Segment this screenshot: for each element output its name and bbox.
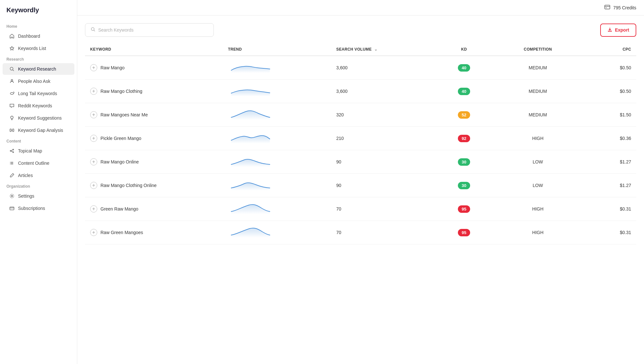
svg-line-1 bbox=[13, 70, 14, 71]
trend-cell-7 bbox=[223, 221, 331, 244]
add-keyword-button-2[interactable]: + bbox=[90, 111, 97, 118]
keyword-cell-4: + Raw Mango Online bbox=[85, 150, 223, 174]
search-volume-cell-3: 210 bbox=[331, 127, 439, 150]
credits-label: 795 Credits bbox=[613, 5, 636, 10]
svg-rect-6 bbox=[10, 129, 11, 132]
sidebar-item-keywords-list[interactable]: Keywords List bbox=[3, 43, 74, 54]
col-header-search-volume[interactable]: SEARCH VOLUME ⌄ bbox=[331, 43, 439, 56]
keyword-gap-analysis-label: Keyword Gap Analysis bbox=[18, 128, 63, 133]
fish-icon bbox=[9, 91, 15, 96]
trend-cell-6 bbox=[223, 197, 331, 221]
sidebar-item-articles[interactable]: Articles bbox=[3, 170, 74, 181]
main-area: 795 Credits bbox=[77, 0, 644, 364]
star-icon bbox=[9, 45, 15, 51]
kd-badge-3: 92 bbox=[458, 135, 470, 142]
keyword-text-1: Raw Mango Clothing bbox=[100, 89, 142, 94]
map-icon bbox=[9, 148, 15, 154]
kd-cell-1: 40 bbox=[440, 80, 489, 103]
credits-icon bbox=[604, 4, 611, 11]
kd-cell-6: 95 bbox=[440, 197, 489, 221]
keyword-suggestions-label: Keyword Suggestions bbox=[18, 115, 62, 121]
trend-cell-2 bbox=[223, 103, 331, 127]
app-logo: Keywordly bbox=[0, 6, 77, 22]
col-header-trend: TREND bbox=[223, 43, 331, 56]
keyword-text-7: Raw Green Mangoes bbox=[100, 230, 143, 235]
competition-cell-3: HIGH bbox=[488, 127, 587, 150]
gap-icon bbox=[9, 127, 15, 133]
add-keyword-button-6[interactable]: + bbox=[90, 205, 97, 212]
cpc-cell-4: $1.27 bbox=[587, 150, 636, 174]
cpc-cell-6: $0.31 bbox=[587, 197, 636, 221]
add-keyword-button-0[interactable]: + bbox=[90, 64, 97, 71]
competition-cell-6: HIGH bbox=[488, 197, 587, 221]
svg-line-12 bbox=[11, 150, 13, 151]
keyword-cell-5: + Raw Mango Clothing Online bbox=[85, 174, 223, 197]
chat-icon bbox=[9, 103, 15, 109]
add-keyword-button-1[interactable]: + bbox=[90, 88, 97, 95]
content-area: Export KEYWORD TREND SEARCH VOLUME ⌄ KD … bbox=[77, 15, 644, 364]
cpc-cell-5: $1.27 bbox=[587, 174, 636, 197]
trend-chart-2 bbox=[228, 108, 273, 121]
table-header-row: KEYWORD TREND SEARCH VOLUME ⌄ KD COMPETI… bbox=[85, 43, 636, 56]
credits-badge: 795 Credits bbox=[604, 4, 636, 11]
gear-icon bbox=[9, 193, 15, 199]
search-box[interactable] bbox=[85, 23, 214, 37]
sidebar-item-settings[interactable]: Settings bbox=[3, 190, 74, 202]
sidebar-item-keyword-research[interactable]: Keyword Research bbox=[3, 63, 74, 75]
search-input[interactable] bbox=[98, 27, 208, 33]
section-label-research: Research bbox=[0, 54, 77, 63]
competition-cell-4: LOW bbox=[488, 150, 587, 174]
svg-point-10 bbox=[13, 149, 14, 150]
trend-chart-4 bbox=[228, 155, 273, 168]
export-button[interactable]: Export bbox=[600, 24, 636, 37]
section-label-organization: Organization bbox=[0, 182, 77, 190]
table-row: + Raw Mango 3,600 40 MEDIUM $0.50 bbox=[85, 56, 636, 80]
add-keyword-button-7[interactable]: + bbox=[90, 229, 97, 236]
sidebar-item-topical-map[interactable]: Topical Map bbox=[3, 145, 74, 157]
search-volume-cell-7: 70 bbox=[331, 221, 439, 244]
sidebar-item-people-also-ask[interactable]: People Also Ask bbox=[3, 75, 74, 87]
sidebar-item-reddit-keywords[interactable]: Reddit Keywords bbox=[3, 100, 74, 112]
cpc-cell-0: $0.50 bbox=[587, 56, 636, 80]
trend-cell-3 bbox=[223, 127, 331, 150]
kd-cell-4: 30 bbox=[440, 150, 489, 174]
add-keyword-button-3[interactable]: + bbox=[90, 135, 97, 142]
keyword-cell-0: + Raw Mango bbox=[85, 56, 223, 80]
card-icon bbox=[9, 205, 15, 211]
kd-cell-5: 30 bbox=[440, 174, 489, 197]
keyword-cell-3: + Pickle Green Mango bbox=[85, 127, 223, 150]
add-keyword-button-5[interactable]: + bbox=[90, 182, 97, 189]
trend-chart-7 bbox=[228, 226, 273, 239]
sidebar: Keywordly Home Dashboard Keywords List R… bbox=[0, 0, 77, 364]
trend-chart-5 bbox=[228, 179, 273, 192]
sidebar-item-keyword-suggestions[interactable]: Keyword Suggestions bbox=[3, 112, 74, 124]
svg-line-13 bbox=[11, 151, 13, 152]
add-keyword-button-4[interactable]: + bbox=[90, 158, 97, 165]
keyword-text-5: Raw Mango Clothing Online bbox=[100, 183, 156, 188]
cpc-cell-7: $0.31 bbox=[587, 221, 636, 244]
svg-point-20 bbox=[11, 195, 13, 197]
table-row: + Pickle Green Mango 210 92 HIGH $0.36 bbox=[85, 127, 636, 150]
sidebar-item-long-tail-keywords[interactable]: Long Tail Keywords bbox=[3, 88, 74, 99]
sidebar-item-dashboard[interactable]: Dashboard bbox=[3, 30, 74, 42]
dashboard-label: Dashboard bbox=[18, 34, 40, 39]
table-row: + Raw Green Mangoes 70 95 HIGH $0.31 bbox=[85, 221, 636, 244]
svg-point-26 bbox=[91, 28, 94, 31]
export-icon bbox=[607, 27, 612, 33]
trend-cell-0 bbox=[223, 56, 331, 80]
section-label-home: Home bbox=[0, 22, 77, 30]
sidebar-item-content-outline[interactable]: Content Outline bbox=[3, 157, 74, 169]
sidebar-item-subscriptions[interactable]: Subscriptions bbox=[3, 202, 74, 214]
competition-cell-2: MEDIUM bbox=[488, 103, 587, 127]
cpc-cell-1: $0.50 bbox=[587, 80, 636, 103]
cpc-cell-3: $0.36 bbox=[587, 127, 636, 150]
svg-rect-7 bbox=[13, 129, 14, 132]
sidebar-item-keyword-gap-analysis[interactable]: Keyword Gap Analysis bbox=[3, 124, 74, 136]
kd-badge-4: 30 bbox=[458, 158, 470, 166]
settings-label: Settings bbox=[18, 193, 34, 199]
search-volume-cell-1: 3,600 bbox=[331, 80, 439, 103]
trend-chart-0 bbox=[228, 61, 273, 74]
table-row: + Raw Mango Online 90 30 LOW $1.27 bbox=[85, 150, 636, 174]
col-header-cpc: CPC bbox=[587, 43, 636, 56]
competition-cell-7: HIGH bbox=[488, 221, 587, 244]
